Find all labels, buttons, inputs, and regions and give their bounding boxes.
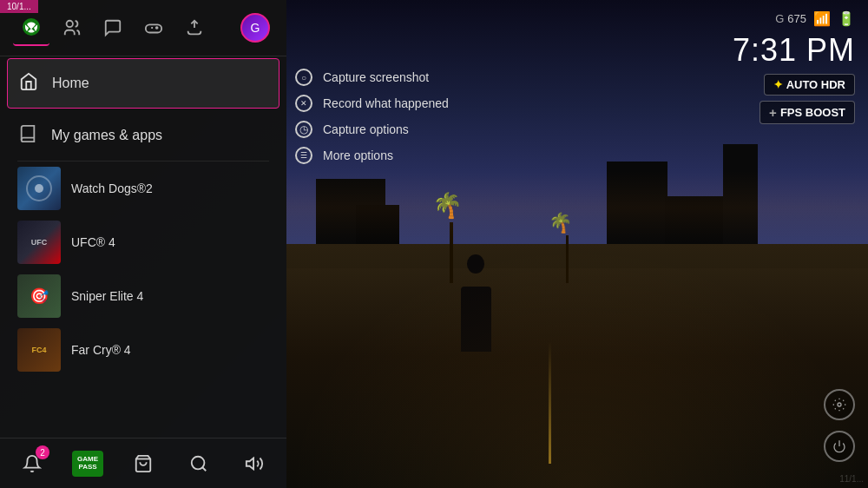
context-menu: ○ Capture screenshot ✕ Record what happe… — [295, 65, 449, 168]
menu-item-home[interactable]: Home — [7, 58, 279, 109]
capture-screenshot-label: Capture screenshot — [323, 70, 429, 84]
svg-point-8 — [838, 403, 841, 406]
gamepass-badge: GAME PASS — [72, 451, 103, 477]
game-item-sniper[interactable]: 🎯 Sniper Elite 4 — [0, 269, 286, 323]
farcry-thumbnail: FC4 — [17, 328, 61, 372]
notifications-button[interactable]: 2 — [4, 439, 60, 488]
svg-point-1 — [67, 21, 73, 27]
more-options-icon: ☰ — [295, 147, 312, 164]
hud-time: 7:31 PM — [733, 32, 855, 69]
ufc-thumbnail: UFC — [17, 221, 61, 264]
svg-point-3 — [156, 27, 158, 29]
home-label: Home — [52, 76, 89, 91]
settings-circle-button[interactable] — [824, 389, 855, 420]
audio-button[interactable] — [227, 439, 282, 488]
auto-hdr-badge[interactable]: ✦ AUTO HDR — [764, 74, 855, 96]
power-icon — [832, 439, 846, 453]
fps-boost-badge[interactable]: + FPS BOOST — [760, 101, 855, 124]
battery-icon: 🔋 — [838, 10, 855, 27]
svg-marker-7 — [247, 458, 253, 469]
ambient-glow — [286, 244, 868, 488]
search-button[interactable] — [171, 439, 227, 488]
record-icon: ✕ — [295, 95, 312, 112]
nav-share-button[interactable] — [176, 10, 213, 46]
gamepass-line2: PASS — [78, 464, 96, 472]
chat-icon — [103, 18, 122, 37]
auto-hdr-label: AUTO HDR — [786, 78, 845, 91]
hud-top-right: G 675 📶 🔋 7:31 PM ✦ AUTO HDR + FPS BOOST — [733, 10, 855, 124]
record-happened-label: Record what happened — [323, 96, 449, 110]
games-label: My games & apps — [51, 128, 162, 143]
capture-options-icon: ◷ — [295, 121, 312, 138]
xbox-icon — [22, 17, 41, 36]
watchdogs-thumbnail — [17, 167, 61, 210]
speaker-icon — [245, 454, 264, 473]
nav-people-button[interactable] — [54, 10, 90, 46]
library-icon — [17, 124, 38, 148]
nav-chat-button[interactable] — [95, 10, 131, 46]
capture-options-label: Capture options — [323, 122, 409, 136]
more-options-label: More options — [323, 148, 393, 162]
hud-status-row: G 675 📶 🔋 — [775, 10, 855, 27]
gamepass-button[interactable]: GAME PASS — [60, 439, 115, 488]
sun-icon: ✦ — [773, 78, 783, 91]
game-item-ufc[interactable]: UFC UFC® 4 — [0, 215, 286, 269]
hud-bottom-right — [824, 389, 855, 462]
profile-initial: G — [251, 21, 260, 35]
bottom-nav: 2 GAME PASS — [0, 438, 286, 488]
people-icon — [62, 18, 82, 37]
sidebar: G Home My games & apps — [0, 0, 286, 488]
profile-avatar: G — [240, 13, 270, 43]
sniper-thumbnail: 🎯 — [17, 274, 61, 318]
svg-rect-2 — [146, 24, 161, 32]
fps-boost-label: FPS BOOST — [780, 106, 845, 119]
nav-profile-button[interactable]: G — [237, 10, 273, 46]
hud-points: 675 — [787, 12, 806, 25]
city-glow — [286, 171, 868, 244]
signal-icon: 📶 — [813, 10, 831, 27]
menu-item-games[interactable]: My games & apps — [0, 110, 286, 161]
capture-screenshot-item[interactable]: ○ Capture screenshot — [295, 65, 449, 89]
power-circle-button[interactable] — [824, 431, 855, 462]
share-icon — [185, 18, 204, 37]
controller-icon — [144, 18, 163, 37]
game-item-watchdogs[interactable]: Watch Dogs®2 — [0, 162, 286, 215]
notification-badge: 2 — [36, 445, 49, 459]
svg-point-5 — [192, 456, 205, 469]
capture-screenshot-icon: ○ — [295, 69, 312, 86]
plus-icon: + — [769, 105, 777, 120]
nav-controller-button[interactable] — [135, 10, 172, 46]
record-happened-item[interactable]: ✕ Record what happened — [295, 91, 449, 115]
menu-section: Home My games & apps Watch Do — [0, 56, 286, 438]
search-icon — [189, 454, 208, 473]
store-icon — [134, 454, 153, 473]
more-options-item[interactable]: ☰ More options — [295, 143, 449, 168]
game-item-farcry[interactable]: FC4 Far Cry® 4 — [0, 323, 286, 377]
bottom-watermark: 11/1... — [839, 474, 864, 484]
store-button[interactable] — [115, 439, 171, 488]
xbox-g-icon: G — [775, 12, 784, 25]
sniper-label: Sniper Elite 4 — [71, 289, 143, 303]
capture-options-item[interactable]: ◷ Capture options — [295, 117, 449, 142]
watermark: 10/1... — [0, 0, 38, 13]
top-nav: G — [0, 0, 286, 56]
watchdogs-label: Watch Dogs®2 — [71, 181, 153, 195]
home-icon — [18, 72, 39, 96]
hud-points-area: G 675 — [775, 12, 806, 25]
farcry-label: Far Cry® 4 — [71, 343, 131, 357]
settings-icon — [832, 398, 846, 412]
ufc-label: UFC® 4 — [71, 235, 115, 249]
nav-xbox-button[interactable] — [13, 10, 49, 46]
svg-line-6 — [202, 467, 206, 471]
